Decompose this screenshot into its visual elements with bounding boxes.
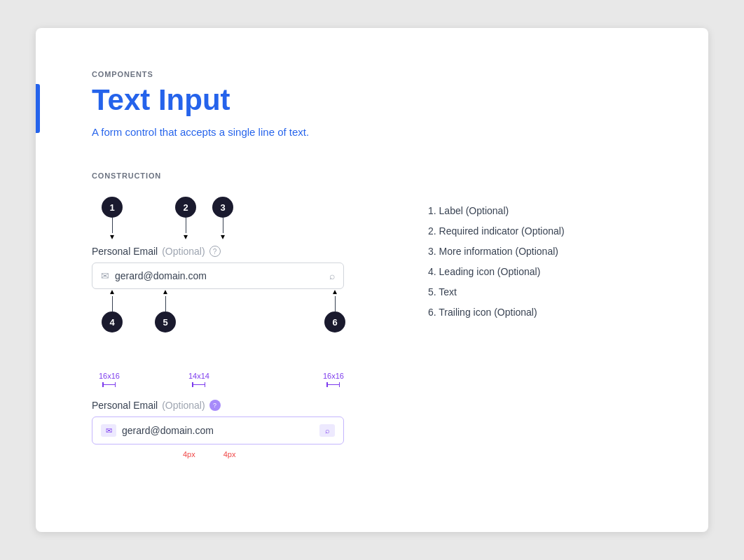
spacing-label-1: 4px [183, 450, 195, 458]
list-item-1: 1. Label (Optional) [428, 204, 652, 218]
page-container: COMPONENTS Text Input A form control tha… [36, 28, 708, 532]
input-label-optional: (Optional) [162, 246, 205, 257]
construction-label: CONSTRUCTION [92, 172, 652, 180]
h-bracket-2 [192, 382, 205, 387]
size-labels-row: 16x16 14x14 [92, 372, 351, 400]
annotation-field[interactable]: ✉ gerard@domain.com ⌕ [92, 416, 344, 444]
annot-trail-icon: ⌕ [319, 424, 335, 437]
page-title: Text Input [92, 84, 652, 116]
arrow-head-5: ▾ [163, 288, 167, 298]
page-subtitle: A form control that accepts a single lin… [92, 126, 652, 138]
spacing-label-2: 4px [223, 450, 236, 458]
text-input-field[interactable]: ✉ gerard@domain.com ⌕ [92, 262, 344, 289]
lead-icon: ✉ [101, 270, 109, 281]
section-label: COMPONENTS [92, 70, 652, 78]
h-bracket-3 [326, 382, 340, 387]
list-item-2: 2. Required indicator (Optional) [428, 224, 652, 239]
spacing-row: 4px 4px [92, 450, 386, 458]
arrow-5 [165, 296, 166, 312]
list-item-5: 5. Text [428, 285, 652, 300]
bubble-3-col: 3 ▾ [212, 197, 233, 241]
bottom-bubbles-row: ▾ 4 ▾ 5 ▾ [92, 289, 351, 338]
bubble-2: 2 [175, 197, 196, 218]
diagram-area: 1 ▾ 2 ▾ 3 [92, 197, 652, 458]
list-item-6: 6. Trailing icon (Optional) [428, 305, 652, 320]
construction-diagram: 1 ▾ 2 ▾ 3 [92, 197, 386, 458]
bubble-4: 4 [102, 312, 123, 332]
annot-label-row: Personal Email (Optional) ? [92, 400, 386, 411]
annot-label-text: Personal Email [92, 400, 158, 411]
annot-lead-icon: ✉ [101, 424, 116, 437]
top-bubbles-row: 1 ▾ 2 ▾ 3 [92, 197, 351, 246]
arrow-6 [335, 296, 336, 312]
size-label-1: 16x16 [99, 372, 120, 380]
size-label-1-col: 16x16 [99, 372, 120, 387]
list-item-4: 4. Leading icon (Optional) [428, 265, 652, 279]
input-value: gerard@domain.com [115, 270, 324, 281]
trail-icon: ⌕ [329, 270, 335, 281]
size-label-3-col: 16x16 [323, 372, 344, 387]
annotation-section: 16x16 14x14 [92, 372, 386, 458]
arrow-head-4: ▾ [110, 288, 114, 298]
arrow-3 [223, 218, 223, 233]
arrow-head-3: ▾ [221, 232, 225, 241]
arrow-2 [186, 218, 186, 233]
size-label-2: 14x14 [188, 372, 209, 380]
bubble-2-col: 2 ▾ [175, 197, 196, 241]
list-item-3: 3. More information (Optional) [428, 244, 652, 259]
bubble-4-col: ▾ 4 [102, 289, 123, 332]
annot-label-optional: (Optional) [162, 400, 205, 411]
blue-accent-bar [36, 84, 40, 133]
bubble-1: 1 [102, 197, 123, 218]
bubble-1-col: 1 ▾ [102, 197, 123, 241]
construction-list: 1. Label (Optional) 2. Required indicato… [428, 204, 652, 320]
h-bracket-1 [102, 382, 116, 387]
info-icon[interactable]: ? [209, 246, 221, 257]
bubble-6: 6 [324, 312, 345, 332]
items-list: 1. Label (Optional) 2. Required indicato… [428, 197, 652, 326]
arrow-head-6: ▾ [333, 288, 337, 298]
annot-info-icon[interactable]: ? [209, 400, 221, 411]
bubble-6-col: ▾ 6 [324, 289, 345, 332]
annot-input-value: gerard@domain.com [122, 425, 314, 436]
size-label-2-col: 14x14 [188, 372, 209, 387]
bubble-5: 5 [155, 312, 176, 332]
arrow-head-2: ▾ [184, 232, 188, 241]
arrow-head-1: ▾ [110, 232, 114, 241]
arrow-4 [112, 296, 113, 312]
input-label-row: Personal Email (Optional) ? [92, 246, 386, 257]
input-label-text: Personal Email [92, 246, 158, 257]
bubble-3: 3 [212, 197, 233, 218]
arrow-1 [112, 218, 113, 233]
bubble-5-col: ▾ 5 [155, 289, 176, 332]
size-label-3: 16x16 [323, 372, 344, 380]
